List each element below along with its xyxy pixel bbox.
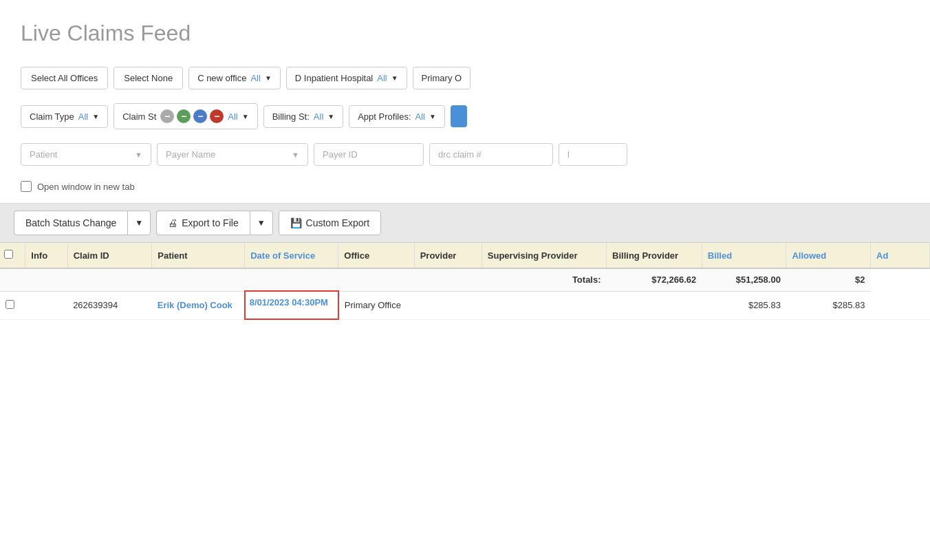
row-date-of-service: 8/01/2023 04:30PM xyxy=(245,291,338,319)
primary-office-dropdown[interactable]: Primary O xyxy=(413,67,471,89)
batch-status-change-arrow[interactable]: ▼ xyxy=(127,211,151,235)
header-patient: Patient xyxy=(152,243,245,268)
page-title: Live Claims Feed xyxy=(21,14,909,60)
row-checkbox-cell xyxy=(0,291,25,319)
claim-st-label: Claim St xyxy=(122,111,156,122)
appt-profiles-filter: All xyxy=(415,111,425,122)
claim-type-filter: All xyxy=(78,111,88,122)
patient-dropdown-icon: ▼ xyxy=(135,151,142,159)
patient-dropdown[interactable]: ▼ xyxy=(21,143,151,166)
payer-name-dropdown-icon: ▼ xyxy=(292,151,299,159)
select-all-checkbox[interactable] xyxy=(4,250,13,259)
row-info xyxy=(25,291,67,319)
table-header-row: Info Claim ID Patient Date of Service Of… xyxy=(0,243,930,268)
row-supervising-provider xyxy=(482,291,606,319)
header-date-of-service: Date of Service xyxy=(245,243,338,268)
dos-link[interactable]: 8/01/2023 04:30PM xyxy=(250,297,328,308)
circle-red: − xyxy=(210,109,224,123)
row-patient: Erik (Demo) Cook xyxy=(152,291,245,319)
batch-status-change-button[interactable]: Batch Status Change xyxy=(14,211,127,235)
header-checkbox-col xyxy=(0,243,25,268)
chevron-down-icon: ▼ xyxy=(265,74,272,82)
row-billing-provider xyxy=(607,291,702,319)
header-provider: Provider xyxy=(414,243,482,268)
row-checkbox[interactable] xyxy=(6,300,14,309)
totals-row: Totals: $72,266.62 $51,258.00 $2 xyxy=(0,268,930,291)
appt-profiles-label: Appt Profiles: xyxy=(358,111,411,122)
chevron-down-icon-6: ▼ xyxy=(429,113,436,120)
totals-label: Totals: xyxy=(0,268,607,291)
header-claim-id: Claim ID xyxy=(67,243,152,268)
totals-adj: $2 xyxy=(786,268,871,291)
chevron-down-icon-2: ▼ xyxy=(391,74,398,82)
patient-link[interactable]: Erik (Demo) Cook xyxy=(158,300,232,310)
row-billed: $285.83 xyxy=(702,291,786,319)
header-adj: Ad xyxy=(871,243,930,268)
blue-indicator xyxy=(451,105,467,127)
header-supervising-provider: Supervising Provider xyxy=(482,243,606,268)
toolbar: Batch Status Change ▼ 🖨 Export to File ▼… xyxy=(0,204,930,243)
table-row: 262639394 Erik (Demo) Cook 8/01/2023 04:… xyxy=(0,291,930,319)
header-billing-provider: Billing Provider xyxy=(607,243,702,268)
open-window-row: Open window in new tab xyxy=(21,173,909,203)
chevron-down-icon-5: ▼ xyxy=(327,113,334,120)
export-to-file-split-button: 🖨 Export to File ▼ xyxy=(156,211,272,235)
billing-st-label: Billing St: xyxy=(272,111,310,122)
c-new-office-label: C new office xyxy=(197,73,246,83)
export-to-file-arrow[interactable]: ▼ xyxy=(250,211,273,235)
custom-export-label: Custom Export xyxy=(306,217,370,228)
payer-name-input[interactable] xyxy=(166,149,286,160)
d-inpatient-label: D Inpatient Hospital xyxy=(295,73,373,83)
claim-st-filter: All xyxy=(228,111,237,122)
select-none-button[interactable]: Select None xyxy=(113,67,183,89)
patient-input[interactable] xyxy=(30,149,129,160)
drc-claim-field[interactable] xyxy=(429,143,553,166)
d-inpatient-hospital-dropdown[interactable]: D Inpatient Hospital All ▼ xyxy=(286,67,407,89)
claims-table-section: Info Claim ID Patient Date of Service Of… xyxy=(0,243,930,320)
floppy-icon: 💾 xyxy=(290,217,302,228)
d-inpatient-filter: All xyxy=(377,73,387,83)
circle-gray: − xyxy=(160,109,174,123)
filter-row-3: ▼ ▼ xyxy=(21,136,909,173)
claim-type-label: Claim Type xyxy=(30,111,74,122)
select-all-offices-button[interactable]: Select All Offices xyxy=(21,67,108,89)
billing-st-filter: All xyxy=(314,111,323,122)
row-adj xyxy=(871,291,930,319)
primary-office-label: Primary O xyxy=(422,73,462,83)
batch-status-change-split-button: Batch Status Change ▼ xyxy=(14,211,151,235)
header-billed: Billed xyxy=(702,243,786,268)
print-icon: 🖨 xyxy=(168,217,177,228)
appt-profiles-dropdown[interactable]: Appt Profiles: All ▼ xyxy=(349,105,445,128)
last-field[interactable] xyxy=(559,143,627,166)
header-allowed: Allowed xyxy=(786,243,871,268)
filter-row-1: Select All Offices Select None C new off… xyxy=(21,60,909,96)
row-allowed: $285.83 xyxy=(786,291,871,319)
open-window-label[interactable]: Open window in new tab xyxy=(37,182,135,192)
filter-row-2: Claim Type All ▼ Claim St − − − − All ▼ … xyxy=(21,96,909,136)
c-new-office-dropdown[interactable]: C new office All ▼ xyxy=(188,67,281,89)
export-to-file-button[interactable]: 🖨 Export to File xyxy=(156,211,249,235)
row-office: Primary Office xyxy=(338,291,414,319)
payer-name-dropdown[interactable]: ▼ xyxy=(157,143,308,166)
circle-green: − xyxy=(177,109,191,123)
totals-allowed: $51,258.00 xyxy=(702,268,786,291)
custom-export-button[interactable]: 💾 Custom Export xyxy=(279,211,382,235)
open-window-checkbox[interactable] xyxy=(21,181,32,192)
header-info: Info xyxy=(25,243,67,268)
status-circles: − − − − xyxy=(160,109,224,123)
c-new-office-filter: All xyxy=(250,73,260,83)
last-input[interactable] xyxy=(567,149,618,160)
chevron-down-icon-4: ▼ xyxy=(242,113,249,120)
payer-id-field[interactable] xyxy=(314,143,424,166)
chevron-down-icon-3: ▼ xyxy=(92,113,99,120)
drc-claim-input[interactable] xyxy=(438,149,544,160)
totals-billed: $72,266.62 xyxy=(607,268,702,291)
claim-type-dropdown[interactable]: Claim Type All ▼ xyxy=(21,105,108,128)
export-to-file-label: Export to File xyxy=(182,217,238,228)
row-claim-id: 262639394 xyxy=(67,291,152,319)
claims-table: Info Claim ID Patient Date of Service Of… xyxy=(0,243,930,320)
row-provider xyxy=(414,291,482,319)
payer-id-input[interactable] xyxy=(323,149,415,160)
claim-st-dropdown[interactable]: Claim St − − − − All ▼ xyxy=(113,103,257,129)
billing-st-dropdown[interactable]: Billing St: All ▼ xyxy=(263,105,344,128)
